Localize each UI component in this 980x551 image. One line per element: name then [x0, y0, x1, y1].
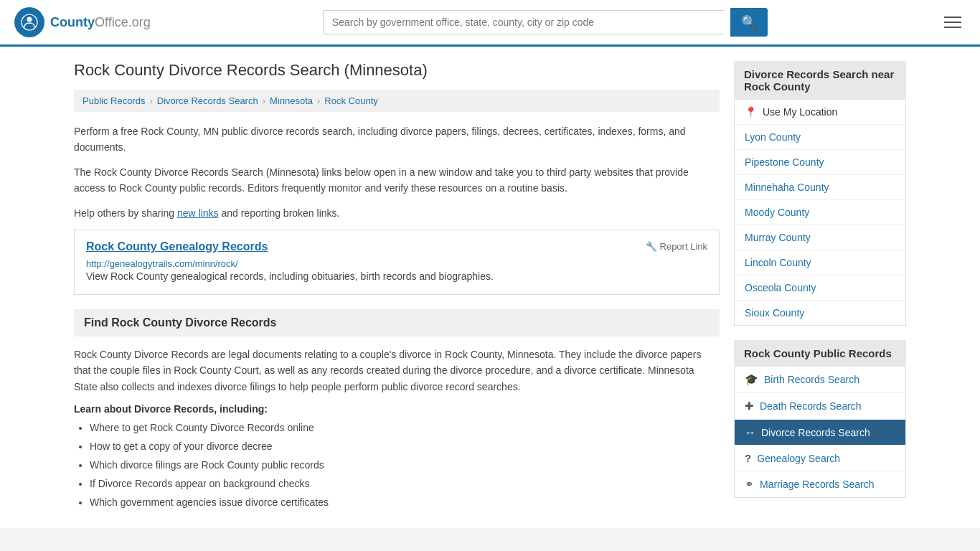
bullet-item: If Divorce Records appear on background … [90, 476, 720, 491]
county-link-lyon[interactable]: Lyon County [735, 125, 905, 149]
nearby-counties-list: Use My Location Lyon County Pipestone Co… [734, 100, 906, 326]
search-input[interactable] [323, 10, 725, 34]
public-records-item-genealogy[interactable]: ? Genealogy Search [735, 446, 905, 471]
county-item[interactable]: Murray County [735, 225, 905, 250]
public-records-item-death[interactable]: ✚ Death Records Search [735, 393, 905, 420]
main-content: Rock County Divorce Records Search (Minn… [74, 61, 720, 514]
public-records-item-birth[interactable]: 🎓 Birth Records Search [735, 367, 905, 393]
record-block: Rock County Genealogy Records 🔧 Report L… [74, 230, 720, 295]
search-button[interactable]: 🔍 [730, 8, 768, 37]
public-records-list: 🎓 Birth Records Search ✚ Death Records S… [734, 367, 906, 498]
menu-button[interactable] [940, 12, 966, 32]
breadcrumb: Public Records › Divorce Records Search … [74, 90, 720, 112]
location-icon [745, 106, 757, 118]
nearby-section-header: Divorce Records Search near Rock County [734, 61, 906, 100]
county-link-murray[interactable]: Murray County [735, 225, 905, 250]
county-link-sioux[interactable]: Sioux County [735, 301, 905, 325]
intro-para-3: Help others by sharing new links and rep… [74, 205, 720, 221]
svg-point-1 [27, 17, 32, 22]
bullet-item: How to get a copy of your divorce decree [90, 439, 720, 454]
svg-point-0 [21, 14, 38, 31]
breadcrumb-divorce-records-search[interactable]: Divorce Records Search [157, 95, 258, 106]
breadcrumb-public-records[interactable]: Public Records [83, 95, 145, 106]
public-records-section-title: Rock County Public Records [744, 347, 896, 359]
report-link[interactable]: 🔧 Report Link [646, 241, 707, 252]
menu-icon-bar1 [944, 17, 961, 18]
county-item[interactable]: Lincoln County [735, 250, 905, 276]
record-title-link[interactable]: Rock County Genealogy Records [86, 240, 268, 253]
bullet-item: Which divorce filings are Rock County pu… [90, 458, 720, 473]
search-icon: 🔍 [741, 15, 757, 29]
page-title: Rock County Divorce Records Search (Minn… [74, 61, 720, 80]
county-link-minnehaha[interactable]: Minnehaha County [735, 175, 905, 199]
marriage-records-link[interactable]: ⚭ Marriage Records Search [735, 471, 905, 497]
county-link-lincoln[interactable]: Lincoln County [735, 250, 905, 275]
new-links-link[interactable]: new links [177, 207, 219, 219]
logo[interactable]: CountyOffice.org [14, 7, 151, 37]
find-section-heading: Find Rock County Divorce Records [84, 316, 710, 329]
intro-para-2: The Rock County Divorce Records Search (… [74, 164, 720, 197]
menu-icon-bar2 [944, 22, 961, 23]
bullet-item: Which government agencies issue divorce … [90, 495, 720, 510]
search-bar: 🔍 [323, 8, 768, 37]
use-location-link[interactable]: Use My Location [735, 100, 905, 124]
death-icon: ✚ [745, 400, 754, 413]
logo-text: CountyOffice.org [50, 15, 151, 30]
public-records-item-divorce[interactable]: ↔ Divorce Records Search [735, 420, 905, 446]
learn-heading: Learn about Divorce Records, including: [74, 403, 720, 415]
find-section-body: Rock County Divorce Records are legal do… [74, 347, 720, 395]
county-item[interactable]: Sioux County [735, 301, 905, 325]
bullet-item: Where to get Rock County Divorce Records… [90, 420, 720, 435]
birth-icon: 🎓 [745, 373, 758, 386]
public-records-item-marriage[interactable]: ⚭ Marriage Records Search [735, 471, 905, 497]
sidebar: Divorce Records Search near Rock County … [734, 61, 906, 514]
marriage-icon: ⚭ [745, 478, 754, 491]
logo-icon [14, 7, 44, 37]
death-records-link[interactable]: ✚ Death Records Search [735, 393, 905, 419]
county-item[interactable]: Lyon County [735, 125, 905, 150]
record-url[interactable]: http://genealogytrails.com/minn/rock/ [86, 258, 238, 269]
public-records-section-header: Rock County Public Records [734, 340, 906, 367]
site-header: CountyOffice.org 🔍 [0, 0, 980, 47]
breadcrumb-sep3: › [317, 95, 320, 106]
breadcrumb-sep1: › [149, 95, 152, 106]
breadcrumb-minnesota[interactable]: Minnesota [270, 95, 313, 106]
record-block-header: Rock County Genealogy Records 🔧 Report L… [86, 240, 707, 253]
breadcrumb-rock-county[interactable]: Rock County [324, 95, 377, 106]
divorce-records-link[interactable]: ↔ Divorce Records Search [735, 420, 905, 445]
intro-para-1: Perform a free Rock County, MN public di… [74, 123, 720, 156]
page-layout: Rock County Divorce Records Search (Minn… [60, 47, 920, 528]
menu-icon-bar3 [944, 27, 961, 28]
breadcrumb-sep2: › [263, 95, 265, 106]
nearby-section-title: Divorce Records Search near Rock County [744, 68, 896, 93]
county-item[interactable]: Pipestone County [735, 150, 905, 175]
record-title: Rock County Genealogy Records [86, 240, 268, 253]
genealogy-icon: ? [745, 452, 751, 464]
divorce-icon: ↔ [745, 426, 755, 438]
genealogy-link[interactable]: ? Genealogy Search [735, 446, 905, 471]
county-link-osceola[interactable]: Osceola County [735, 276, 905, 300]
record-description: View Rock County genealogical records, i… [86, 269, 707, 284]
county-item[interactable]: Minnehaha County [735, 175, 905, 200]
birth-records-link[interactable]: 🎓 Birth Records Search [735, 367, 905, 392]
wrench-icon: 🔧 [646, 241, 657, 252]
bullets-list: Where to get Rock County Divorce Records… [74, 420, 720, 510]
use-location-item[interactable]: Use My Location [735, 100, 905, 125]
find-section-header: Find Rock County Divorce Records [74, 309, 720, 336]
county-item[interactable]: Osceola County [735, 276, 905, 301]
county-item[interactable]: Moody County [735, 200, 905, 225]
county-link-pipestone[interactable]: Pipestone County [735, 150, 905, 174]
county-link-moody[interactable]: Moody County [735, 200, 905, 225]
